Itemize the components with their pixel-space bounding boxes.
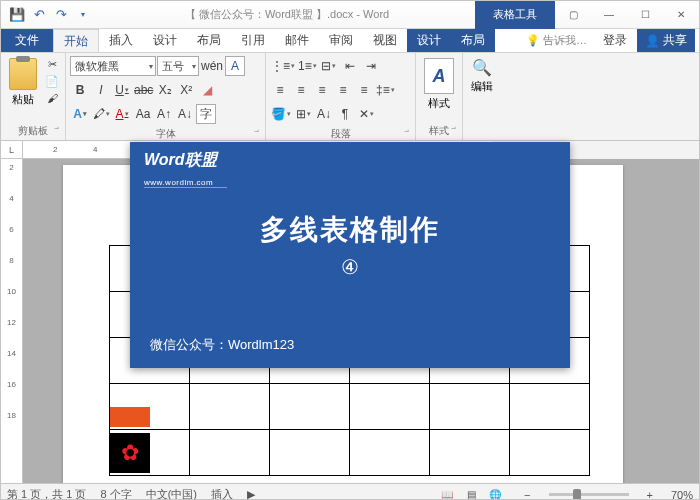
tab-insert[interactable]: 插入 [99, 29, 143, 52]
clear-format-icon[interactable]: ◢ [197, 80, 217, 100]
view-web-icon[interactable]: 🌐 [484, 487, 506, 501]
view-read-icon[interactable]: 📖 [436, 487, 458, 501]
decrease-indent-icon[interactable]: ⇤ [340, 56, 360, 76]
styles-button[interactable]: A 样式 [420, 56, 458, 113]
borders-button[interactable]: ⊞▾ [293, 104, 313, 124]
overlay-card: Word联盟 www.wordlm.com 多线表格制作 ④ 微信公众号：Wor… [130, 142, 570, 368]
status-macro-icon[interactable]: ▶ [247, 488, 255, 500]
tab-view[interactable]: 视图 [363, 29, 407, 52]
overlay-logo: Word联盟 [130, 142, 570, 171]
multilevel-button[interactable]: ⊟▾ [319, 56, 339, 76]
change-case-button[interactable]: Aa [133, 104, 153, 124]
maximize-icon[interactable]: ☐ [627, 1, 663, 29]
find-icon: 🔍 [472, 58, 492, 77]
group-clipboard: 粘贴 ✂ 📄 🖌 剪贴板 [1, 53, 66, 140]
tab-layout[interactable]: 布局 [187, 29, 231, 52]
share-button[interactable]: 👤共享 [637, 29, 695, 52]
tab-references[interactable]: 引用 [231, 29, 275, 52]
tab-mailings[interactable]: 邮件 [275, 29, 319, 52]
vertical-ruler[interactable]: 24681012141618 [1, 159, 23, 483]
clipboard-icon [9, 58, 37, 90]
group-label-paragraph: 段落 [270, 126, 411, 143]
font-size-select[interactable]: 五号 [157, 56, 199, 76]
justify-icon[interactable]: ≡ [333, 80, 353, 100]
ribbon-tabs: 文件 开始 插入 设计 布局 引用 邮件 审阅 视图 设计 布局 💡告诉我… 登… [1, 29, 699, 53]
underline-button[interactable]: U▾ [112, 80, 132, 100]
group-paragraph: ⋮≡▾ 1≡▾ ⊟▾ ⇤ ⇥ ≡ ≡ ≡ ≡ ≡ ‡≡▾ 🪣▾ ⊞▾ A↓ ¶ … [266, 53, 416, 140]
editing-button[interactable]: 🔍 编辑 [467, 56, 497, 96]
char-scale-button[interactable]: ✕▾ [356, 104, 376, 124]
save-icon[interactable]: 💾 [7, 5, 27, 25]
align-right-icon[interactable]: ≡ [312, 80, 332, 100]
bullets-button[interactable]: ⋮≡▾ [270, 56, 296, 76]
overlay-footer: 微信公众号：Wordlm123 [150, 336, 294, 354]
align-center-icon[interactable]: ≡ [291, 80, 311, 100]
status-language[interactable]: 中文(中国) [146, 487, 197, 500]
enclose-char-icon[interactable]: 字 [196, 104, 216, 124]
tell-me-search[interactable]: 💡告诉我… [520, 33, 593, 48]
font-name-select[interactable]: 微软雅黑 [70, 56, 156, 76]
redo-icon[interactable]: ↷ [51, 5, 71, 25]
overlay-number: ④ [130, 255, 570, 279]
sort-icon[interactable]: A↓ [314, 104, 334, 124]
highlight-button[interactable]: 🖍▾ [91, 104, 111, 124]
shading-button[interactable]: 🪣▾ [270, 104, 292, 124]
huawei-logo-icon: ✿ [110, 433, 150, 473]
char-border-icon[interactable]: A [225, 56, 245, 76]
view-switcher: 📖 ▤ 🌐 [436, 487, 506, 501]
group-editing: 🔍 编辑 编辑 [463, 53, 501, 140]
tab-table-layout[interactable]: 布局 [451, 29, 495, 52]
phonetic-icon[interactable]: wén [200, 56, 224, 76]
zoom-slider[interactable] [549, 493, 629, 496]
italic-button[interactable]: I [91, 80, 111, 100]
subscript-button[interactable]: X₂ [155, 80, 175, 100]
share-icon: 👤 [645, 34, 660, 48]
quick-access-toolbar: 💾 ↶ ↷ ▾ [1, 5, 99, 25]
line-spacing-button[interactable]: ‡≡▾ [375, 80, 396, 100]
undo-icon[interactable]: ↶ [29, 5, 49, 25]
tab-review[interactable]: 审阅 [319, 29, 363, 52]
zoom-out-button[interactable]: − [520, 489, 534, 501]
paste-button[interactable]: 粘贴 [5, 56, 41, 109]
font-color-button[interactable]: A▾ [112, 104, 132, 124]
group-font: 微软雅黑 五号 wén A B I U▾ abc X₂ X² ◢ A▾ 🖍▾ A… [66, 53, 266, 140]
qat-dropdown-icon[interactable]: ▾ [73, 5, 93, 25]
group-label-font: 字体 [70, 126, 261, 143]
table-tools-label: 表格工具 [475, 1, 555, 29]
shrink-font-icon[interactable]: A↓ [175, 104, 195, 124]
align-left-icon[interactable]: ≡ [270, 80, 290, 100]
copy-icon[interactable]: 📄 [43, 73, 61, 89]
strike-button[interactable]: abc [133, 80, 154, 100]
show-marks-icon[interactable]: ¶ [335, 104, 355, 124]
group-label-styles: 样式 [420, 123, 458, 140]
bulb-icon: 💡 [526, 34, 540, 47]
zoom-in-button[interactable]: + [643, 489, 657, 501]
window-controls: ▢ — ☐ ✕ [555, 1, 699, 29]
tab-design[interactable]: 设计 [143, 29, 187, 52]
close-icon[interactable]: ✕ [663, 1, 699, 29]
minimize-icon[interactable]: — [591, 1, 627, 29]
tab-file[interactable]: 文件 [1, 29, 53, 52]
tab-table-design[interactable]: 设计 [407, 29, 451, 52]
grow-font-icon[interactable]: A↑ [154, 104, 174, 124]
text-effects-button[interactable]: A▾ [70, 104, 90, 124]
tab-home[interactable]: 开始 [53, 29, 99, 52]
ribbon-options-icon[interactable]: ▢ [555, 1, 591, 29]
increase-indent-icon[interactable]: ⇥ [361, 56, 381, 76]
ruler-corner: L [1, 141, 23, 159]
status-page[interactable]: 第 1 页，共 1 页 [7, 487, 86, 500]
overlay-url: www.wordlm.com [144, 178, 227, 188]
distributed-icon[interactable]: ≡ [354, 80, 374, 100]
overlay-title: 多线表格制作 [130, 211, 570, 249]
zoom-level[interactable]: 70% [671, 489, 693, 501]
format-painter-icon[interactable]: 🖌 [43, 90, 61, 106]
status-insert-mode[interactable]: 插入 [211, 487, 233, 500]
cut-icon[interactable]: ✂ [43, 56, 61, 72]
numbering-button[interactable]: 1≡▾ [297, 56, 318, 76]
bold-button[interactable]: B [70, 80, 90, 100]
superscript-button[interactable]: X² [176, 80, 196, 100]
login-button[interactable]: 登录 [595, 32, 635, 49]
status-words[interactable]: 8 个字 [100, 487, 131, 500]
view-print-icon[interactable]: ▤ [460, 487, 482, 501]
styles-icon: A [424, 58, 454, 94]
